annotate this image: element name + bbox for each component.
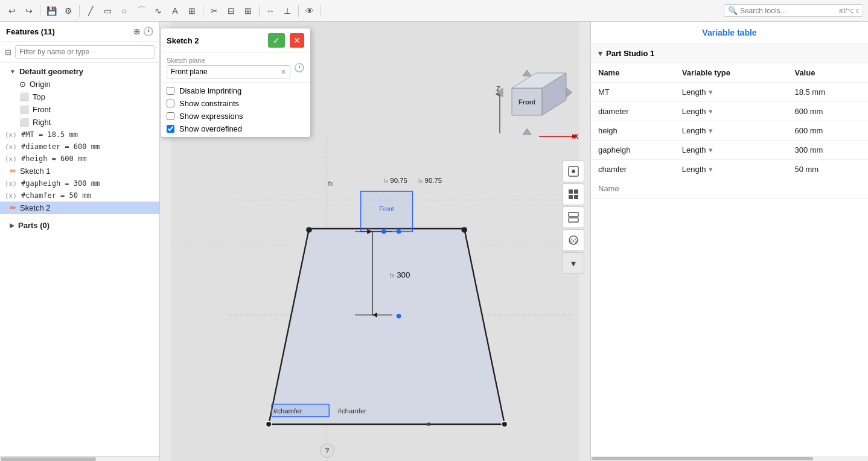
view-dropdown-button[interactable]: ▾ (563, 252, 584, 274)
sidebar: Features (11) ⊕ 🕐 ⊟ ▼ Default geometry ⊙… (0, 22, 160, 461)
option-label-show-expressions: Show expressions (179, 112, 243, 121)
fx-label: fx (328, 179, 333, 188)
cell-type-0[interactable]: Length ▾ (675, 83, 788, 102)
cell-name-1[interactable]: diameter (591, 102, 675, 121)
sketch2-label: Sketch 2 (20, 203, 51, 212)
view-mode-button-1[interactable] (563, 161, 584, 182)
part-studio-collapse-icon[interactable]: ▾ (598, 49, 602, 58)
view-icon[interactable]: 👁 (302, 4, 317, 18)
rect-icon[interactable]: ▭ (100, 4, 115, 18)
transform-icon[interactable]: ⊞ (185, 4, 199, 18)
expand-arrow: ▼ (10, 68, 16, 75)
add-feature-icon[interactable]: ⊕ (133, 27, 141, 36)
checkbox-disable-imprinting[interactable] (167, 87, 174, 95)
front-label: Front (33, 105, 51, 114)
text-icon[interactable]: A (168, 4, 182, 18)
checkbox-show-overdefined[interactable] (167, 125, 174, 133)
sidebar-item-sketch1[interactable]: ✏ Sketch 1 (0, 165, 159, 177)
var-diameter: (x) #diameter = 600 mm (0, 141, 159, 153)
table-row: MT Length ▾ 18.5 mm (591, 83, 868, 102)
checkbox-show-expressions[interactable] (167, 112, 174, 120)
cell-type-4[interactable]: Length ▾ (675, 160, 788, 179)
constraint-icon[interactable]: ⊥ (280, 4, 295, 18)
cell-type-3[interactable]: Length ▾ (675, 141, 788, 160)
view-mode-button-4[interactable]: (x) (563, 229, 584, 251)
sidebar-icons: ⊕ 🕐 (133, 27, 153, 36)
filter-input[interactable] (15, 45, 155, 59)
col-header-value: Value (787, 63, 868, 83)
redo-icon[interactable]: ↪ (22, 4, 36, 18)
option-disable-imprinting[interactable]: Disable imprinting (167, 86, 304, 95)
toolbar: ↩ ↪ 💾 ⚙ ╱ ▭ ○ ⌒ ∿ A ⊞ ✂ ⊟ ⊞ ↔ ⊥ 👁 🔍 alt/… (0, 0, 868, 22)
svg-rect-41 (574, 189, 578, 194)
toolbar-sep-1 (40, 5, 40, 17)
cell-value-4[interactable]: 50 mm (787, 160, 868, 179)
view-mode-button-3[interactable] (563, 206, 584, 228)
sidebar-item-front[interactable]: ⬜ Front (0, 103, 159, 116)
sidebar-item-sketch2[interactable]: ✏ Sketch 2 (0, 202, 159, 214)
cell-value-0[interactable]: 18.5 mm (787, 83, 868, 102)
help-button[interactable]: ? (320, 444, 334, 458)
line-icon[interactable]: ╱ (83, 4, 98, 18)
sketch-cancel-button[interactable]: ✕ (290, 33, 304, 48)
cell-type-2[interactable]: Length ▾ (675, 121, 788, 141)
plane-clear-icon[interactable]: ✕ (281, 68, 286, 76)
cell-value-1[interactable]: 600 mm (787, 102, 868, 121)
table-row: diameter Length ▾ 600 mm (591, 102, 868, 121)
cell-name-2[interactable]: heigh (591, 121, 675, 141)
parts-arrow: ▶ (10, 222, 14, 229)
sidebar-item-parts[interactable]: ▶ Parts (0) (0, 219, 159, 232)
option-label-show-constraints: Show constraints (179, 99, 239, 108)
cell-name-0[interactable]: MT (591, 83, 675, 102)
plane-icon-front: ⬜ (19, 105, 29, 114)
table-row: heigh Length ▾ 600 mm (591, 121, 868, 141)
canvas-area[interactable]: Sketch 2 ✓ ✕ Sketch plane Front plane ✕ … (160, 22, 590, 461)
sketch-confirm-button[interactable]: ✓ (268, 33, 285, 48)
cell-type-1[interactable]: Length ▾ (675, 102, 788, 121)
undo-icon[interactable]: ↩ (5, 4, 19, 18)
trim-icon[interactable]: ✂ (207, 4, 222, 18)
variable-table-scrollbar[interactable] (591, 456, 868, 461)
view-mode-button-2[interactable] (563, 183, 584, 205)
parts-label: Parts (0) (18, 221, 49, 230)
option-show-constraints[interactable]: Show constraints (167, 99, 304, 108)
sketch-options: Disable imprinting Show constraints Show… (161, 83, 310, 137)
toolbar-sep-3 (203, 5, 203, 17)
option-show-expressions[interactable]: Show expressions (167, 112, 304, 121)
sidebar-scrollbar[interactable] (0, 456, 159, 461)
toolbar-sep-4 (259, 5, 260, 17)
new-variable-input[interactable] (598, 184, 861, 193)
option-label-show-overdefined: Show overdefined (179, 124, 242, 133)
cell-value-3[interactable]: 300 mm (787, 141, 868, 160)
option-show-overdefined[interactable]: Show overdefined (167, 124, 304, 133)
spline-icon[interactable]: ∿ (151, 4, 165, 18)
circle-icon[interactable]: ○ (117, 4, 132, 18)
search-input[interactable] (740, 7, 837, 15)
arc-icon[interactable]: ⌒ (134, 4, 148, 18)
sketch-plane-label: Sketch plane (167, 57, 290, 64)
nav-cube[interactable]: Z X Front (488, 55, 578, 145)
mirror-icon[interactable]: ⊟ (224, 4, 238, 18)
scrollbar-thumb (592, 457, 813, 460)
sidebar-item-top[interactable]: ⬜ Top (0, 91, 159, 103)
right-panel: Variable table ▾ Part Studio 1 Name Vari… (590, 22, 868, 461)
cell-value-2[interactable]: 600 mm (787, 121, 868, 141)
plane-value: Front plane (171, 68, 208, 76)
new-variable-cell[interactable] (591, 179, 868, 199)
checkbox-show-constraints[interactable] (167, 100, 174, 107)
cell-name-4[interactable]: chamfer (591, 160, 675, 179)
sidebar-item-right[interactable]: ⬜ Right (0, 116, 159, 129)
settings-icon[interactable]: ⚙ (61, 4, 75, 18)
history-icon[interactable]: 🕐 (143, 27, 153, 36)
dimension-icon[interactable]: ↔ (263, 4, 278, 18)
save-icon[interactable]: 💾 (44, 4, 59, 18)
var-mt: (x) #MT = 18.5 mm (0, 129, 159, 141)
main-area: Features (11) ⊕ 🕐 ⊟ ▼ Default geometry ⊙… (0, 22, 868, 461)
search-bar: 🔍 alt/⌥ c (724, 4, 863, 17)
sidebar-item-origin[interactable]: ⊙ Origin (0, 78, 159, 91)
pattern-icon[interactable]: ⊞ (241, 4, 255, 18)
plane-select[interactable]: Front plane ✕ (167, 65, 290, 78)
clock-icon[interactable]: 🕐 (294, 63, 304, 72)
cell-name-3[interactable]: gapheigh (591, 141, 675, 160)
sidebar-item-default-geometry[interactable]: ▼ Default geometry (0, 65, 159, 78)
